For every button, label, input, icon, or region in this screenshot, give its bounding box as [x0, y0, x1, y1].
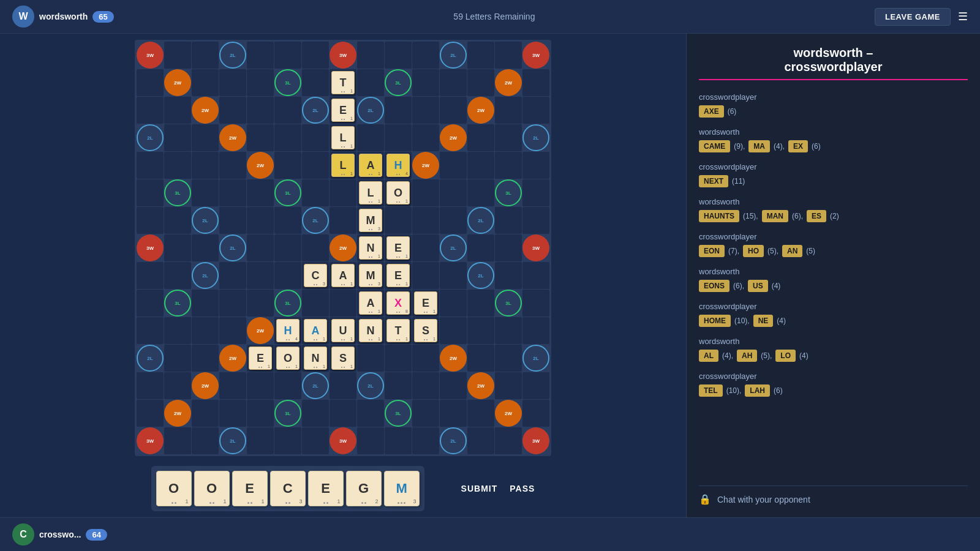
cell-0-4[interactable] — [247, 42, 274, 69]
cell-2-2[interactable]: 2W — [192, 97, 219, 124]
cell-3-7[interactable]: L1 — [330, 124, 356, 151]
cell-2-0[interactable] — [137, 97, 164, 124]
cell-14-6[interactable] — [302, 427, 329, 454]
cell-4-0[interactable] — [137, 152, 164, 179]
cell-2-8[interactable]: 2L — [357, 97, 384, 124]
cell-0-10[interactable] — [412, 42, 439, 69]
cell-0-1[interactable] — [164, 42, 191, 69]
cell-11-7[interactable]: S1 — [330, 345, 356, 372]
cell-4-14[interactable] — [522, 152, 549, 179]
cell-10-0[interactable] — [137, 317, 164, 344]
cell-1-2[interactable] — [192, 69, 219, 96]
menu-icon[interactable]: ☰ — [958, 10, 968, 23]
cell-13-4[interactable] — [247, 400, 274, 427]
cell-11-3[interactable]: 2W — [219, 345, 246, 372]
cell-11-6[interactable]: N1 — [302, 345, 329, 372]
cell-1-7[interactable]: T1 — [330, 69, 356, 96]
cell-12-9[interactable] — [385, 372, 412, 399]
cell-9-5[interactable]: 3L — [274, 290, 301, 317]
cell-1-4[interactable] — [247, 69, 274, 96]
cell-14-7[interactable]: 3W — [330, 427, 356, 454]
cell-0-13[interactable] — [495, 42, 522, 69]
cell-8-14[interactable] — [522, 262, 549, 289]
cell-4-1[interactable] — [164, 152, 191, 179]
cell-3-8[interactable] — [357, 124, 384, 151]
cell-3-5[interactable] — [274, 124, 301, 151]
cell-14-14[interactable]: 3W — [522, 427, 549, 454]
rack-tile[interactable]: M3 — [384, 471, 420, 506]
cell-8-8[interactable]: M3 — [357, 262, 384, 289]
cell-2-7[interactable]: E1 — [330, 97, 356, 124]
cell-10-1[interactable] — [164, 317, 191, 344]
cell-8-13[interactable] — [495, 262, 522, 289]
cell-0-0[interactable]: 3W — [137, 42, 164, 69]
cell-7-14[interactable]: 3W — [522, 234, 549, 261]
cell-4-13[interactable] — [495, 152, 522, 179]
cell-10-14[interactable] — [522, 317, 549, 344]
cell-11-4[interactable]: E1 — [247, 345, 274, 372]
cell-7-5[interactable] — [274, 234, 301, 261]
cell-14-9[interactable] — [385, 427, 412, 454]
cell-2-1[interactable] — [164, 97, 191, 124]
cell-14-10[interactable] — [412, 427, 439, 454]
cell-1-14[interactable] — [522, 69, 549, 96]
cell-12-3[interactable] — [219, 372, 246, 399]
cell-11-2[interactable] — [192, 345, 219, 372]
cell-10-4[interactable]: 2W — [247, 317, 274, 344]
cell-4-4[interactable]: 2W — [247, 152, 274, 179]
cell-6-13[interactable] — [495, 207, 522, 234]
cell-6-6[interactable]: 2L — [302, 207, 329, 234]
cell-8-7[interactable]: A1 — [330, 262, 356, 289]
cell-9-11[interactable] — [440, 290, 467, 317]
cell-4-12[interactable] — [467, 152, 494, 179]
cell-9-9[interactable]: X8 — [385, 290, 412, 317]
cell-12-4[interactable] — [247, 372, 274, 399]
cell-1-1[interactable]: 2W — [164, 69, 191, 96]
cell-9-8[interactable]: A1 — [357, 290, 384, 317]
cell-5-6[interactable] — [302, 179, 329, 206]
cell-3-1[interactable] — [164, 124, 191, 151]
cell-0-5[interactable] — [274, 42, 301, 69]
cell-8-0[interactable] — [137, 262, 164, 289]
cell-2-5[interactable] — [274, 97, 301, 124]
rack-tile[interactable]: O1 — [194, 471, 230, 506]
cell-11-13[interactable] — [495, 345, 522, 372]
cell-5-7[interactable] — [330, 179, 356, 206]
cell-11-10[interactable] — [412, 345, 439, 372]
cell-5-3[interactable] — [219, 179, 246, 206]
cell-4-5[interactable] — [274, 152, 301, 179]
cell-6-14[interactable] — [522, 207, 549, 234]
cell-2-9[interactable] — [385, 97, 412, 124]
cell-10-12[interactable] — [467, 317, 494, 344]
cell-1-12[interactable] — [467, 69, 494, 96]
cell-7-8[interactable]: N1 — [357, 234, 384, 261]
cell-6-5[interactable] — [274, 207, 301, 234]
cell-2-14[interactable] — [522, 97, 549, 124]
cell-12-2[interactable]: 2W — [192, 372, 219, 399]
cell-2-4[interactable] — [247, 97, 274, 124]
cell-11-1[interactable] — [164, 345, 191, 372]
rack-tile[interactable]: O1 — [156, 471, 192, 506]
cell-5-11[interactable] — [440, 179, 467, 206]
cell-7-2[interactable] — [192, 234, 219, 261]
cell-12-1[interactable] — [164, 372, 191, 399]
cell-6-12[interactable]: 2L — [467, 207, 494, 234]
cell-6-4[interactable] — [247, 207, 274, 234]
cell-12-8[interactable]: 2L — [357, 372, 384, 399]
cell-1-3[interactable] — [219, 69, 246, 96]
rack-tile[interactable]: E1 — [232, 471, 268, 506]
cell-6-8[interactable]: M3 — [357, 207, 384, 234]
cell-3-2[interactable] — [192, 124, 219, 151]
cell-3-0[interactable]: 2L — [137, 124, 164, 151]
cell-5-8[interactable]: L1 — [357, 179, 384, 206]
cell-0-12[interactable] — [467, 42, 494, 69]
cell-10-5[interactable]: H4 — [274, 317, 301, 344]
cell-4-7[interactable]: L1 — [330, 152, 356, 179]
cell-12-5[interactable] — [274, 372, 301, 399]
scrabble-board[interactable]: 3W2L3W2L3W2W3LT13L2W2W2LE12L2W2L2WL12W2L… — [135, 40, 551, 456]
cell-5-10[interactable] — [412, 179, 439, 206]
cell-5-12[interactable] — [467, 179, 494, 206]
cell-0-2[interactable] — [192, 42, 219, 69]
cell-2-13[interactable] — [495, 97, 522, 124]
cell-4-2[interactable] — [192, 152, 219, 179]
